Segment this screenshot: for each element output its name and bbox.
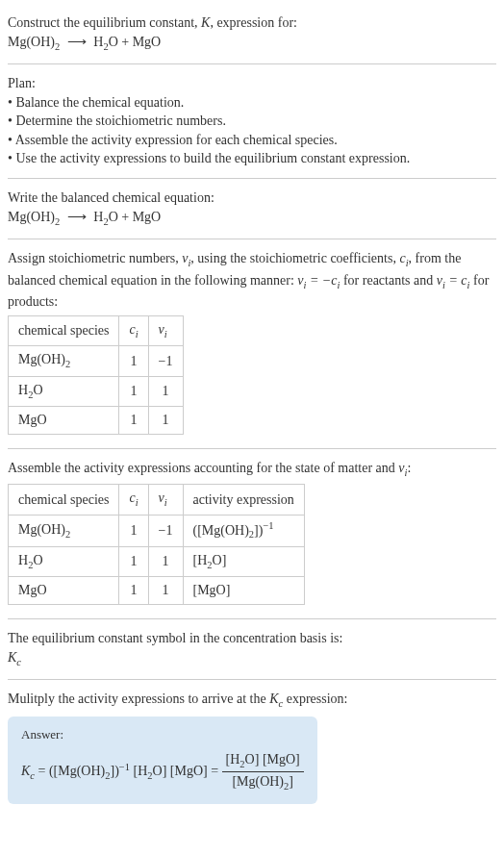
stoich-text-4: for reactants and	[340, 273, 436, 288]
activity-text-2: :	[407, 461, 411, 475]
table-cell: −1	[148, 346, 183, 376]
table-cell: Mg(OH)2	[9, 515, 119, 546]
stoich-section: Assign stoichiometric numbers, νi, using…	[8, 243, 496, 444]
table-cell: Mg(OH)2	[9, 346, 119, 376]
table-header-row: chemical species ci νi	[9, 315, 184, 345]
divider	[8, 679, 496, 680]
table-header: chemical species	[9, 315, 119, 345]
plan-heading: Plan:	[8, 74, 496, 93]
divider	[8, 448, 496, 449]
table-row: H2O 1 1 [H2O]	[9, 546, 305, 576]
symbol-text: The equilibrium constant symbol in the c…	[8, 629, 496, 648]
intro-K: K	[201, 15, 210, 30]
table-cell: ([Mg(OH)2])−1	[183, 515, 304, 546]
symbol-kc: Kc	[8, 648, 496, 669]
table-header: νi	[148, 315, 183, 345]
intro-section: Construct the equilibrium constant, K, e…	[8, 8, 496, 60]
divider	[8, 618, 496, 619]
answer-box: Answer: Kc = ([Mg(OH)2])−1 [H2O] [MgO] =…	[8, 717, 317, 803]
activity-text-1: Assemble the activity expressions accoun…	[8, 461, 398, 475]
table-header-row: chemical species ci νi activity expressi…	[9, 485, 305, 515]
stoich-text: Assign stoichiometric numbers, νi, using…	[8, 249, 496, 312]
symbol-section: The equilibrium constant symbol in the c…	[8, 623, 496, 675]
activity-text: Assemble the activity expressions accoun…	[8, 459, 496, 480]
table-header: νi	[148, 485, 183, 515]
table-cell: 1	[119, 376, 148, 406]
intro-text-1b: , expression for:	[210, 15, 297, 30]
multiply-text: Mulitply the activity expressions to arr…	[8, 690, 496, 711]
table-header: activity expression	[183, 485, 304, 515]
table-cell: [MgO]	[183, 577, 304, 605]
answer-equation: Kc = ([Mg(OH)2])−1 [H2O] [MgO] = [H2O] […	[21, 750, 304, 794]
table-cell: 1	[119, 546, 148, 576]
multiply-text-2: expression:	[283, 692, 347, 706]
plan-list: Balance the chemical equation. Determine…	[8, 93, 496, 168]
table-row: Mg(OH)2 1 −1	[9, 346, 184, 376]
table-header: ci	[119, 485, 148, 515]
table-row: Mg(OH)2 1 −1 ([Mg(OH)2])−1	[9, 515, 305, 546]
table-cell: 1	[119, 407, 148, 435]
table-cell: 1	[119, 515, 148, 546]
answer-label: Answer:	[21, 726, 304, 743]
table-row: MgO 1 1	[9, 407, 184, 435]
plan-item: Use the activity expressions to build th…	[8, 149, 496, 168]
table-cell: MgO	[9, 407, 119, 435]
table-cell: −1	[148, 515, 183, 546]
balanced-heading: Write the balanced chemical equation:	[8, 189, 496, 208]
table-cell: H2O	[9, 376, 119, 406]
multiply-text-1: Mulitply the activity expressions to arr…	[8, 692, 269, 706]
table-cell: 1	[148, 546, 183, 576]
activity-section: Assemble the activity expressions accoun…	[8, 453, 496, 615]
stoich-text-1: Assign stoichiometric numbers,	[8, 251, 182, 265]
divider	[8, 178, 496, 179]
intro-text-1: Construct the equilibrium constant,	[8, 15, 201, 30]
table-cell: 1	[119, 346, 148, 376]
table-row: H2O 1 1	[9, 376, 184, 406]
plan-item: Assemble the activity expression for eac…	[8, 131, 496, 150]
multiply-section: Mulitply the activity expressions to arr…	[8, 684, 496, 810]
balanced-equation: Mg(OH)2 ⟶ H2O + MgO	[8, 208, 496, 229]
table-cell: MgO	[9, 577, 119, 605]
table-cell: 1	[119, 577, 148, 605]
table-row: MgO 1 1 [MgO]	[9, 577, 305, 605]
table-cell: 1	[148, 577, 183, 605]
table-cell: [H2O]	[183, 546, 304, 576]
plan-section: Plan: Balance the chemical equation. Det…	[8, 68, 496, 174]
balanced-section: Write the balanced chemical equation: Mg…	[8, 183, 496, 235]
table-cell: 1	[148, 407, 183, 435]
stoich-table: chemical species ci νi Mg(OH)2 1 −1 H2O …	[8, 315, 184, 435]
table-cell: H2O	[9, 546, 119, 576]
plan-item: Determine the stoichiometric numbers.	[8, 112, 496, 131]
divider	[8, 63, 496, 64]
activity-table: chemical species ci νi activity expressi…	[8, 484, 305, 605]
table-cell: 1	[148, 376, 183, 406]
stoich-text-2: , using the stoichiometric coefficients,	[190, 251, 399, 265]
table-header: ci	[119, 315, 148, 345]
plan-item: Balance the chemical equation.	[8, 93, 496, 113]
intro-equation: Mg(OH)2 ⟶ H2O + MgO	[8, 33, 496, 54]
table-header: chemical species	[9, 485, 119, 515]
divider	[8, 239, 496, 239]
